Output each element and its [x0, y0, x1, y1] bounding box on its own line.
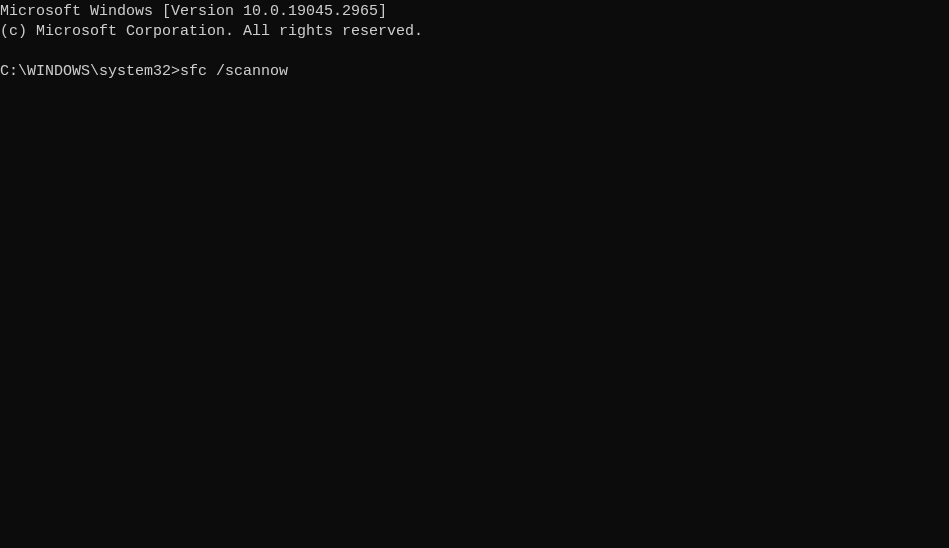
command-prompt-line[interactable]: C:\WINDOWS\system32>sfc /scannow [0, 62, 949, 82]
blank-line [0, 42, 949, 62]
prompt-text: C:\WINDOWS\system32> [0, 63, 180, 80]
command-input[interactable]: sfc /scannow [180, 63, 288, 80]
version-line: Microsoft Windows [Version 10.0.19045.29… [0, 2, 949, 22]
copyright-line: (c) Microsoft Corporation. All rights re… [0, 22, 949, 42]
